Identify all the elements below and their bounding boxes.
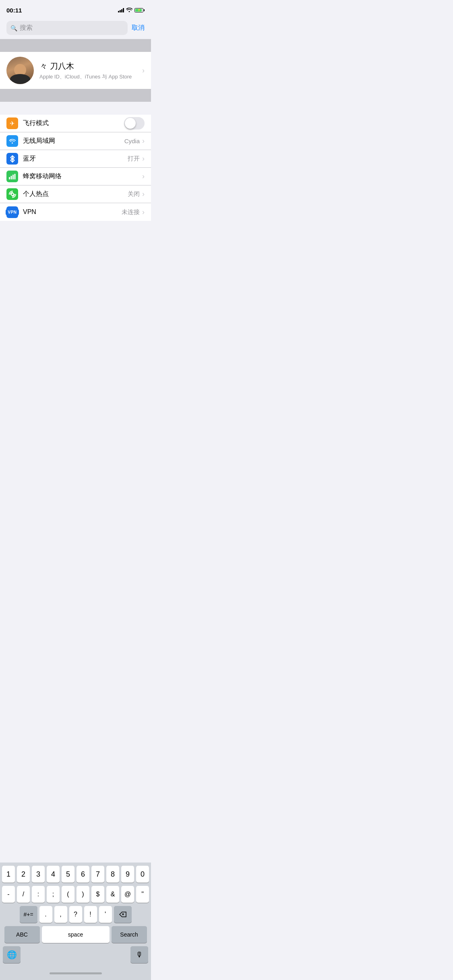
hotspot-label: 个人热点 bbox=[23, 190, 128, 198]
svg-rect-3 bbox=[14, 174, 16, 179]
settings-row-cellular[interactable]: 蜂窝移动网络 › bbox=[0, 168, 151, 185]
profile-info: 々 刀八木 Apple ID、iCloud、iTunes 与 App Store bbox=[39, 61, 137, 80]
cancel-button[interactable]: 取消 bbox=[132, 24, 145, 32]
bluetooth-label: 蓝牙 bbox=[23, 154, 128, 163]
search-input-wrap[interactable]: 🔍 搜索 bbox=[6, 21, 128, 35]
wifi-label: 无线局域网 bbox=[23, 137, 124, 145]
search-placeholder: 搜索 bbox=[20, 24, 33, 32]
signal-icon bbox=[118, 8, 124, 12]
avatar bbox=[6, 57, 34, 84]
battery-icon: ⚡ bbox=[134, 8, 145, 12]
wifi-icon bbox=[6, 135, 18, 147]
settings-row-vpn[interactable]: VPN VPN 未连接 › bbox=[0, 203, 151, 221]
settings-section: ✈ 飞行模式 无线局域网 Cydia › 蓝牙 打开 › bbox=[0, 115, 151, 221]
wifi-value: Cydia bbox=[124, 138, 140, 144]
vpn-label: VPN bbox=[23, 208, 122, 216]
vpn-value: 未连接 bbox=[122, 208, 140, 216]
section-gap-2 bbox=[0, 89, 151, 102]
search-bar-container: 🔍 搜索 取消 bbox=[0, 18, 151, 39]
settings-row-wifi[interactable]: 无线局域网 Cydia › bbox=[0, 132, 151, 150]
vpn-icon: VPN bbox=[6, 206, 18, 218]
hotspot-icon bbox=[6, 188, 18, 200]
status-time: 00:11 bbox=[6, 7, 22, 14]
cellular-label: 蜂窝移动网络 bbox=[23, 172, 142, 181]
settings-row-bluetooth[interactable]: 蓝牙 打开 › bbox=[0, 150, 151, 168]
status-bar: 00:11 ⚡ bbox=[0, 0, 151, 18]
hotspot-value: 关闭 bbox=[128, 190, 140, 198]
profile-section[interactable]: 々 刀八木 Apple ID、iCloud、iTunes 与 App Store… bbox=[0, 52, 151, 89]
airplane-icon: ✈ bbox=[6, 117, 18, 129]
wifi-status-icon bbox=[126, 7, 132, 13]
cellular-icon bbox=[6, 171, 18, 182]
status-icons: ⚡ bbox=[118, 7, 145, 13]
cellular-chevron-icon: › bbox=[142, 172, 145, 181]
vpn-badge-text: VPN bbox=[6, 209, 19, 215]
svg-rect-2 bbox=[12, 175, 14, 179]
profile-chevron-icon: › bbox=[142, 66, 145, 75]
settings-row-airplane[interactable]: ✈ 飞行模式 bbox=[0, 115, 151, 132]
profile-subtitle: Apple ID、iCloud、iTunes 与 App Store bbox=[39, 73, 137, 80]
bluetooth-value: 打开 bbox=[128, 155, 140, 163]
airplane-label: 飞行模式 bbox=[23, 119, 124, 128]
section-gap-1 bbox=[0, 39, 151, 52]
bluetooth-icon bbox=[6, 153, 18, 165]
profile-name: 々 刀八木 bbox=[39, 61, 137, 72]
svg-point-4 bbox=[11, 193, 14, 196]
hotspot-chevron-icon: › bbox=[142, 190, 145, 198]
settings-row-hotspot[interactable]: 个人热点 关闭 › bbox=[0, 185, 151, 203]
svg-rect-0 bbox=[9, 177, 10, 179]
bluetooth-chevron-icon: › bbox=[142, 154, 145, 163]
vpn-chevron-icon: › bbox=[142, 208, 145, 216]
search-icon: 🔍 bbox=[10, 25, 17, 31]
wifi-chevron-icon: › bbox=[142, 137, 145, 145]
svg-rect-1 bbox=[11, 176, 12, 179]
airplane-toggle[interactable] bbox=[124, 117, 145, 130]
